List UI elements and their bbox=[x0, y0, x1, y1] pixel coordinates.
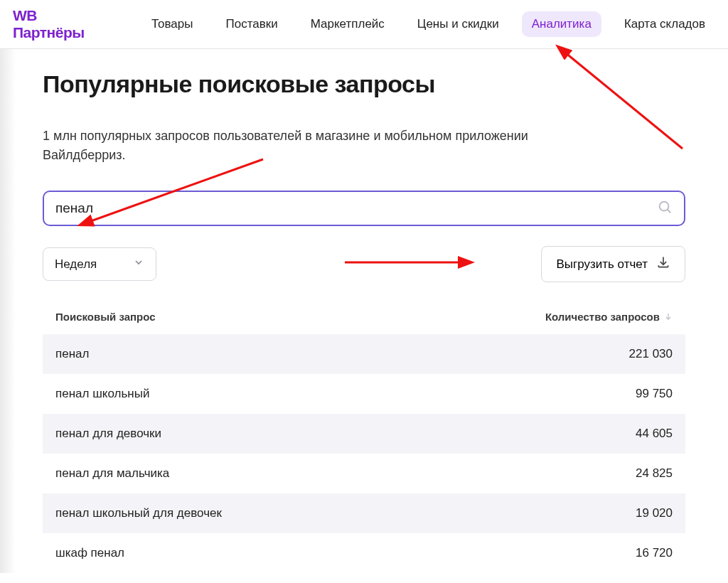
nav-item-marketplace[interactable]: Маркетплейс bbox=[301, 11, 395, 37]
nav-item-goods[interactable]: Товары bbox=[141, 11, 203, 37]
page-body: Популярные поисковые запросы 1 млн попул… bbox=[0, 49, 728, 573]
cell-count: 44 605 bbox=[636, 427, 673, 441]
th-count-label: Количество запросов bbox=[545, 311, 660, 323]
logo: WB Партнёры bbox=[13, 7, 109, 41]
cell-count: 221 030 bbox=[629, 347, 673, 361]
cell-query: пенал школьный для девочек bbox=[55, 506, 222, 520]
table-row[interactable]: пенал 221 030 bbox=[43, 334, 685, 374]
cell-count: 99 750 bbox=[636, 387, 673, 401]
table-row[interactable]: шкаф пенал 16 720 bbox=[43, 533, 685, 573]
top-nav: WB Партнёры Товары Поставки Маркетплейс … bbox=[0, 0, 728, 49]
cell-count: 16 720 bbox=[636, 546, 673, 560]
cell-query: шкаф пенал bbox=[55, 546, 124, 560]
table-row[interactable]: пенал школьный для девочек 19 020 bbox=[43, 493, 685, 533]
cell-query: пенал для мальчика bbox=[55, 466, 169, 481]
nav-item-analytics[interactable]: Аналитика bbox=[522, 11, 601, 37]
period-select[interactable]: Неделя bbox=[43, 247, 156, 281]
nav-item-supplies[interactable]: Поставки bbox=[215, 11, 287, 37]
page-lead: 1 млн популярных запросов пользователей … bbox=[43, 127, 583, 165]
sort-arrow-icon bbox=[664, 311, 673, 323]
nav-item-pricing[interactable]: Цены и скидки bbox=[407, 11, 509, 37]
left-shadow bbox=[0, 49, 16, 573]
search-input[interactable] bbox=[55, 200, 657, 216]
export-report-button[interactable]: Выгрузить отчет bbox=[541, 246, 685, 282]
page-title: Популярные поисковые запросы bbox=[43, 70, 685, 98]
controls-row: Неделя Выгрузить отчет bbox=[43, 246, 685, 282]
search-icon bbox=[657, 199, 673, 218]
svg-point-0 bbox=[660, 202, 669, 211]
svg-line-1 bbox=[668, 210, 670, 213]
download-icon bbox=[656, 255, 670, 273]
chevron-down-icon bbox=[133, 257, 144, 272]
period-select-value: Неделя bbox=[55, 257, 97, 272]
th-count[interactable]: Количество запросов bbox=[545, 311, 673, 323]
table-body: пенал 221 030 пенал школьный 99 750 пена… bbox=[43, 334, 685, 573]
cell-query: пенал школьный bbox=[55, 387, 149, 401]
cell-query: пенал bbox=[55, 347, 89, 361]
table-row[interactable]: пенал для девочки 44 605 bbox=[43, 414, 685, 454]
table-header: Поисковый запрос Количество запросов bbox=[43, 311, 685, 334]
export-button-label: Выгрузить отчет bbox=[556, 257, 648, 272]
table-row[interactable]: пенал для мальчика 24 825 bbox=[43, 454, 685, 493]
cell-count: 24 825 bbox=[636, 466, 673, 481]
cell-count: 19 020 bbox=[636, 506, 673, 520]
nav-item-warehouses[interactable]: Карта складов bbox=[614, 11, 715, 37]
th-query[interactable]: Поисковый запрос bbox=[55, 311, 156, 323]
cell-query: пенал для девочки bbox=[55, 427, 161, 441]
table-row[interactable]: пенал школьный 99 750 bbox=[43, 374, 685, 414]
search-field[interactable] bbox=[43, 191, 685, 226]
